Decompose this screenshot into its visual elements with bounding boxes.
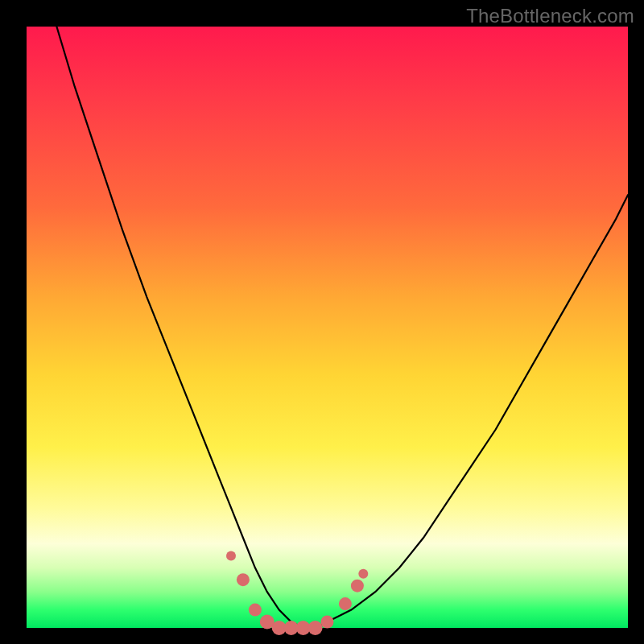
plot-area: [27, 27, 628, 628]
marker-point: [249, 604, 262, 617]
marker-group: [226, 551, 368, 635]
bottleneck-curve: [56, 27, 628, 628]
watermark-text: TheBottleneck.com: [466, 5, 634, 27]
marker-point: [358, 569, 368, 579]
marker-point: [308, 621, 323, 635]
chart-frame: TheBottleneck.com: [0, 0, 644, 644]
marker-point: [321, 616, 334, 629]
marker-point: [351, 580, 364, 592]
marker-point: [226, 551, 236, 560]
curve-svg: [27, 27, 628, 628]
marker-point: [339, 597, 352, 610]
marker-point: [237, 573, 250, 586]
